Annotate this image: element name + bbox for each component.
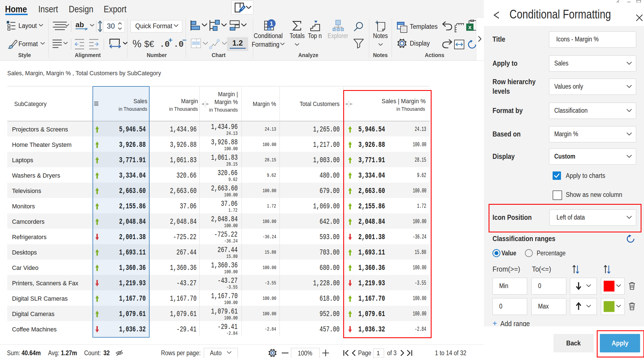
svg-text:x: x xyxy=(468,24,472,30)
svg-text:1: 1 xyxy=(270,20,273,27)
